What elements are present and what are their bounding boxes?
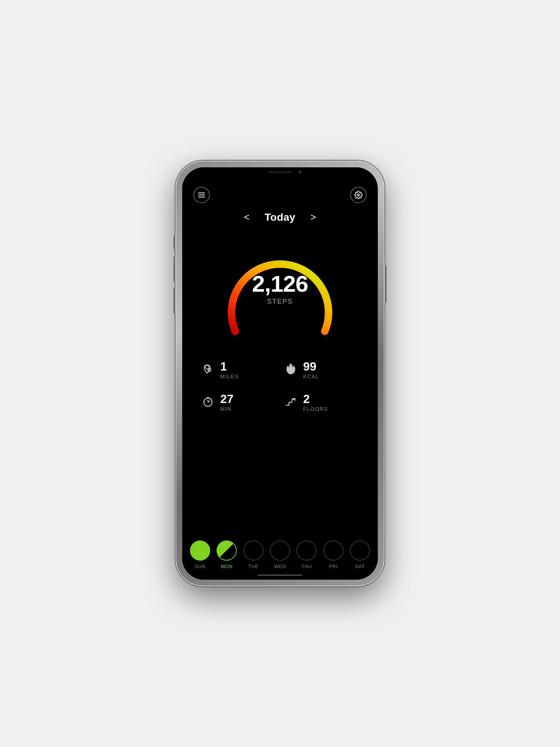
day-fri-label: FRI	[329, 564, 337, 569]
kcal-stat: 99 KCAL	[280, 354, 363, 386]
day-fri-circle	[323, 540, 343, 561]
floors-icon	[284, 395, 298, 410]
day-wed-circle	[270, 540, 290, 561]
stopwatch-icon	[201, 395, 215, 410]
miles-unit: MILES	[220, 374, 239, 379]
day-sun-circle	[190, 540, 210, 561]
day-fri[interactable]: FRI	[323, 540, 343, 569]
day-sun-label: SUN	[195, 564, 205, 569]
kcal-text: 99 KCAL	[303, 360, 319, 379]
floors-stat: 2 FLOORS	[280, 386, 363, 419]
floors-text: 2 FLOORS	[303, 393, 328, 412]
speaker	[269, 171, 291, 173]
week-bar: SUN MON TUE WED THU	[182, 534, 378, 580]
steps-label: STEPS	[252, 298, 308, 306]
day-sun[interactable]: SUN	[190, 540, 210, 569]
prev-day-button[interactable]: <	[240, 210, 253, 224]
miles-stat: 1 MILES	[197, 354, 280, 386]
power-button	[385, 265, 386, 303]
stats-grid: 1 MILES 99 KCAL	[182, 350, 378, 426]
home-indicator	[258, 574, 302, 576]
svg-point-4	[205, 365, 209, 369]
minutes-value: 27	[220, 393, 234, 405]
minutes-unit: MIN	[220, 406, 234, 412]
next-day-button[interactable]: >	[307, 210, 320, 224]
settings-icon	[354, 191, 363, 199]
day-thu-label: THU	[301, 564, 312, 569]
floors-value: 2	[303, 393, 328, 405]
volume-down-button	[174, 288, 175, 314]
menu-button[interactable]	[193, 187, 210, 203]
day-tue-label: TUE	[248, 564, 259, 569]
day-mon-label: MON	[221, 564, 233, 569]
minutes-stat: 27 MIN	[197, 386, 280, 419]
svg-line-11	[211, 398, 211, 399]
current-day-title: Today	[265, 211, 296, 223]
settings-button[interactable]	[350, 187, 367, 203]
day-wed[interactable]: WED	[270, 540, 290, 569]
day-tue[interactable]: TUE	[243, 540, 264, 569]
day-sat[interactable]: SAT	[350, 540, 370, 569]
day-mon-circle	[217, 540, 237, 561]
miles-value: 1	[220, 360, 239, 372]
svg-point-3	[357, 194, 360, 196]
kcal-unit: KCAL	[303, 374, 319, 379]
steps-value: 2,126	[252, 272, 308, 295]
volume-silent-button	[174, 235, 175, 249]
volume-up-button	[174, 256, 175, 282]
gauge-section: 2,126 STEPS	[182, 230, 378, 350]
steps-gauge: 2,126 STEPS	[217, 234, 343, 342]
miles-text: 1 MILES	[220, 360, 239, 379]
day-sat-label: SAT	[355, 564, 365, 569]
camera	[299, 170, 302, 173]
kcal-value: 99	[303, 360, 319, 372]
app-content: < Today >	[182, 167, 378, 580]
day-tue-circle	[243, 540, 264, 561]
gauge-center: 2,126 STEPS	[252, 272, 308, 306]
day-wed-label: WED	[274, 564, 286, 569]
location-icon	[201, 362, 215, 378]
day-thu-circle	[296, 540, 317, 561]
day-mon[interactable]: MON	[217, 540, 237, 569]
phone-device: < Today >	[175, 161, 385, 586]
minutes-text: 27 MIN	[220, 393, 234, 412]
day-thu[interactable]: THU	[296, 540, 317, 569]
menu-icon	[197, 191, 206, 199]
notch	[250, 167, 310, 179]
floors-unit: FLOORS	[303, 406, 328, 412]
nav-header: < Today >	[182, 207, 378, 230]
flame-icon	[284, 362, 298, 378]
day-sat-circle	[350, 540, 370, 561]
phone-screen: < Today >	[182, 167, 378, 580]
